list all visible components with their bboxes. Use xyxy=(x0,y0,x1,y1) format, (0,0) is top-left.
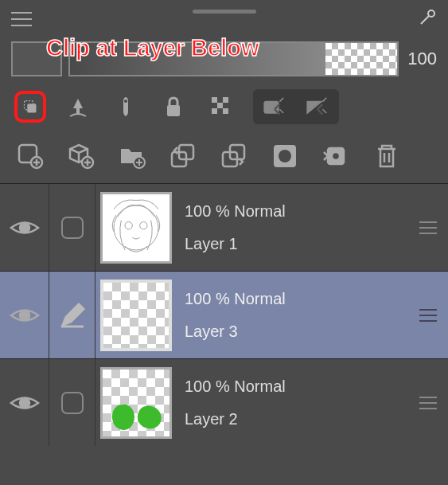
layer-mask-button[interactable] xyxy=(269,140,301,172)
svg-rect-6 xyxy=(167,105,180,116)
svg-point-38 xyxy=(20,311,29,320)
blend-mode-label: 100 % Normal xyxy=(185,202,408,221)
menu-icon[interactable] xyxy=(11,12,32,26)
layer-menu-icon[interactable] xyxy=(408,184,448,271)
svg-rect-8 xyxy=(223,97,228,103)
new-folder-button[interactable] xyxy=(116,140,148,172)
visibility-toggle[interactable] xyxy=(0,359,49,446)
draft-layer-icon[interactable] xyxy=(110,91,142,123)
layer-thumbnail[interactable] xyxy=(100,367,172,439)
svg-rect-4 xyxy=(76,108,80,114)
new-layer-button[interactable] xyxy=(14,140,46,172)
svg-point-33 xyxy=(125,222,132,229)
svg-point-0 xyxy=(428,10,434,17)
layer-row[interactable]: 100 % Normal Layer 3 xyxy=(0,271,448,358)
svg-point-5 xyxy=(124,100,127,103)
svg-rect-9 xyxy=(217,103,223,108)
svg-point-32 xyxy=(114,205,158,250)
opacity-slider[interactable] xyxy=(68,41,399,76)
layer-name-label: Layer 1 xyxy=(185,235,408,253)
svg-point-28 xyxy=(279,150,291,162)
layer-thumbnail[interactable] xyxy=(100,280,172,351)
svg-point-43 xyxy=(20,398,29,408)
delete-layer-button[interactable] xyxy=(371,140,403,172)
layer-menu-icon[interactable] xyxy=(408,359,448,446)
opacity-value: 100 xyxy=(405,49,437,69)
layer-menu-icon[interactable] xyxy=(408,272,448,358)
svg-point-34 xyxy=(140,222,147,229)
layer-name-label: Layer 3 xyxy=(185,323,408,341)
apply-mask-button[interactable] xyxy=(320,140,352,172)
svg-point-30 xyxy=(332,152,340,160)
edit-indicator[interactable] xyxy=(49,272,95,358)
reference-layer-icon[interactable] xyxy=(62,91,94,123)
merge-down-button[interactable] xyxy=(218,140,250,172)
svg-rect-3 xyxy=(27,104,36,112)
mask-enable-icon[interactable] xyxy=(255,91,294,123)
pin-icon[interactable] xyxy=(418,8,437,30)
mask-apply-icon[interactable] xyxy=(298,91,337,123)
blend-mode-label: 100 % Normal xyxy=(185,377,408,396)
svg-rect-11 xyxy=(223,108,228,114)
lock-transparent-icon[interactable] xyxy=(205,91,237,123)
svg-rect-10 xyxy=(212,108,217,114)
blend-mode-label: 100 % Normal xyxy=(185,290,408,308)
layer-row[interactable]: 100 % Normal Layer 1 xyxy=(0,183,448,271)
layer-checkbox[interactable] xyxy=(49,184,95,271)
layer-name-label: Layer 2 xyxy=(185,410,408,428)
layer-checkbox[interactable] xyxy=(49,359,95,446)
clip-at-layer-below-button[interactable] xyxy=(14,91,46,123)
panel-grip[interactable] xyxy=(193,10,256,14)
transfer-down-button[interactable] xyxy=(167,140,199,172)
layer-thumbnail[interactable] xyxy=(100,192,172,264)
svg-point-31 xyxy=(20,223,29,233)
new-3d-layer-button[interactable] xyxy=(65,140,97,172)
svg-line-1 xyxy=(421,16,429,24)
layer-row[interactable]: 100 % Normal Layer 2 xyxy=(0,358,448,446)
lock-layer-icon[interactable] xyxy=(158,91,189,123)
visibility-toggle[interactable] xyxy=(0,272,49,358)
svg-rect-7 xyxy=(212,97,217,103)
layer-color-swatch[interactable] xyxy=(11,41,62,76)
visibility-toggle[interactable] xyxy=(0,184,49,271)
